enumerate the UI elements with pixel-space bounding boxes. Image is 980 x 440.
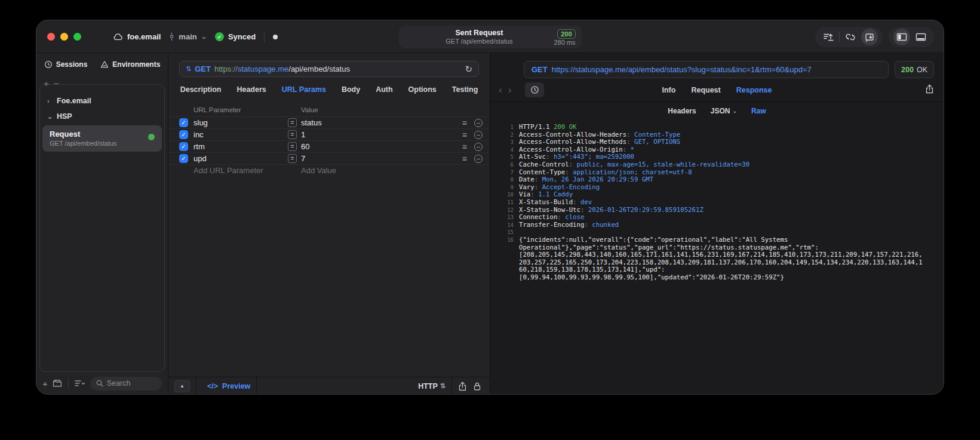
param-type-equals-icon[interactable]: = (288, 130, 297, 139)
tab-description[interactable]: Description (180, 85, 222, 94)
export-request-button[interactable] (820, 29, 837, 45)
tab-body[interactable]: Body (342, 85, 360, 94)
remove-param-button[interactable]: − (474, 143, 483, 151)
history-clock-icon (44, 60, 53, 69)
sync-loop-button[interactable] (842, 29, 859, 45)
footer-divider (256, 377, 257, 395)
param-name[interactable]: upd (193, 154, 288, 163)
tab-options[interactable]: Options (408, 85, 437, 94)
line-number (495, 244, 519, 252)
param-value[interactable]: 7 (301, 154, 454, 163)
request-list-item[interactable]: Request GET /api/embed/status (42, 125, 162, 152)
subtab-raw[interactable]: Raw (751, 107, 766, 115)
toggle-sidebar-button[interactable] (893, 29, 910, 45)
request-tree: ›Foe.email⌄HSP Request GET /api/embed/st… (39, 84, 165, 372)
footer-divider (451, 377, 452, 395)
tree-item-foe-email[interactable]: ›Foe.email (40, 93, 164, 109)
project-name: foe.email (127, 32, 161, 41)
import-response-button[interactable] (861, 29, 878, 45)
param-enabled-checkbox[interactable]: ✓ (179, 154, 188, 163)
request-method[interactable]: GET (195, 64, 211, 73)
history-forward-button[interactable]: › (508, 84, 512, 96)
response-line: [0,99.94,100,99.93,99.98,99.95,100],"upd… (495, 274, 944, 282)
param-row-upd: ✓upd=7≡− (168, 152, 490, 164)
minimize-window-button[interactable] (60, 33, 68, 41)
tab-response[interactable]: Response (736, 86, 772, 94)
branch-selector[interactable]: main ⌄ (169, 32, 207, 41)
protocol-selector[interactable]: HTTP ⇅ (418, 382, 446, 390)
history-button[interactable] (525, 82, 544, 97)
param-type-equals-icon[interactable]: = (288, 154, 297, 163)
window-controls (47, 33, 81, 41)
param-value[interactable]: 60 (301, 142, 454, 151)
tab-url-params[interactable]: URL Params (282, 85, 326, 94)
line-number: 7 (495, 169, 519, 177)
param-options-icon[interactable]: ≡ (454, 154, 467, 164)
zoom-window-button[interactable] (73, 33, 81, 41)
param-type-equals-icon[interactable]: = (288, 142, 297, 151)
new-folder-icon[interactable] (53, 379, 62, 387)
line-number: 6 (495, 161, 519, 169)
tab-headers[interactable]: Headers (236, 85, 266, 94)
add-item-button[interactable]: + (44, 78, 54, 88)
tree-item-label: HSP (57, 112, 72, 121)
param-enabled-checkbox[interactable]: ✓ (179, 142, 188, 151)
new-request-button[interactable]: + (42, 379, 48, 389)
search-placeholder: Search (107, 379, 131, 387)
param-name[interactable]: inc (193, 130, 288, 139)
param-value[interactable]: 1 (301, 130, 454, 139)
add-param-value-placeholder[interactable]: Add Value (301, 166, 454, 175)
tab-testing[interactable]: Testing (452, 85, 478, 94)
request-url[interactable]: https://statuspage.me/api/embed/status (214, 64, 350, 73)
panel-toggles-group (889, 27, 934, 47)
export-response-button[interactable] (925, 84, 934, 96)
remove-param-button[interactable]: − (474, 119, 483, 127)
add-param-row[interactable]: Add URL Parameter Add Value (168, 164, 490, 176)
preview-button[interactable]: </> Preview (207, 382, 250, 390)
response-line: 14Transfer-Encoding: chunked (495, 221, 944, 229)
request-duration: 280 ms (554, 39, 575, 47)
method-stepper-icon[interactable]: ⇅ (186, 65, 191, 73)
tree-item-hsp[interactable]: ⌄HSP (40, 109, 164, 124)
resend-request-icon[interactable]: ↻ (465, 64, 472, 75)
response-status-pill: 200 OK (895, 61, 934, 78)
param-options-icon[interactable]: ≡ (454, 130, 467, 140)
line-number (495, 274, 519, 282)
param-enabled-checkbox[interactable]: ✓ (179, 118, 188, 127)
tab-request[interactable]: Request (691, 86, 720, 94)
add-param-name-placeholder[interactable]: Add URL Parameter (193, 166, 288, 175)
tab-auth[interactable]: Auth (376, 85, 392, 94)
tab-info[interactable]: Info (662, 86, 676, 94)
lock-icon[interactable] (473, 381, 481, 391)
tab-sessions[interactable]: Sessions (44, 60, 88, 69)
param-options-icon[interactable]: ≡ (454, 118, 467, 128)
param-value[interactable]: status (301, 118, 454, 127)
request-url-bar[interactable]: ⇅ GET https://statuspage.me/api/embed/st… (179, 61, 479, 77)
remove-param-button[interactable]: − (474, 155, 483, 163)
param-name[interactable]: rtm (193, 142, 288, 151)
share-icon[interactable] (458, 381, 467, 391)
collapse-panel-button[interactable]: ▲ (174, 380, 190, 392)
response-status-code: 200 (901, 66, 914, 74)
close-window-button[interactable] (47, 33, 55, 41)
project-switcher[interactable]: foe.email (113, 32, 161, 41)
param-enabled-checkbox[interactable]: ✓ (179, 130, 188, 139)
subtab-json[interactable]: JSON⌄ (711, 107, 737, 115)
history-back-button[interactable]: ‹ (499, 84, 502, 96)
param-row-slug: ✓slug=status≡− (168, 116, 490, 128)
remove-item-button[interactable]: − (54, 78, 64, 88)
param-name[interactable]: slug (193, 118, 288, 127)
param-type-equals-icon[interactable]: = (288, 118, 297, 127)
table-header: URL Parameter Value (168, 103, 490, 116)
sort-list-icon[interactable] (75, 380, 85, 387)
search-input[interactable]: Search (90, 377, 162, 390)
tab-environments[interactable]: Environments (100, 60, 160, 69)
response-panel: GET https://statuspage.me/api/embed/stat… (490, 53, 944, 395)
sent-request-summary[interactable]: Sent Request GET /api/embed/status 200 2… (399, 26, 582, 48)
remove-param-button[interactable]: − (474, 131, 483, 139)
param-options-icon[interactable]: ≡ (454, 142, 467, 152)
response-url-display[interactable]: GET https://statuspage.me/api/embed/stat… (524, 61, 889, 78)
sync-status[interactable]: ✓ Synced (215, 32, 256, 41)
toggle-bottom-panel-button[interactable] (913, 29, 929, 45)
subtab-headers[interactable]: Headers (668, 107, 696, 115)
